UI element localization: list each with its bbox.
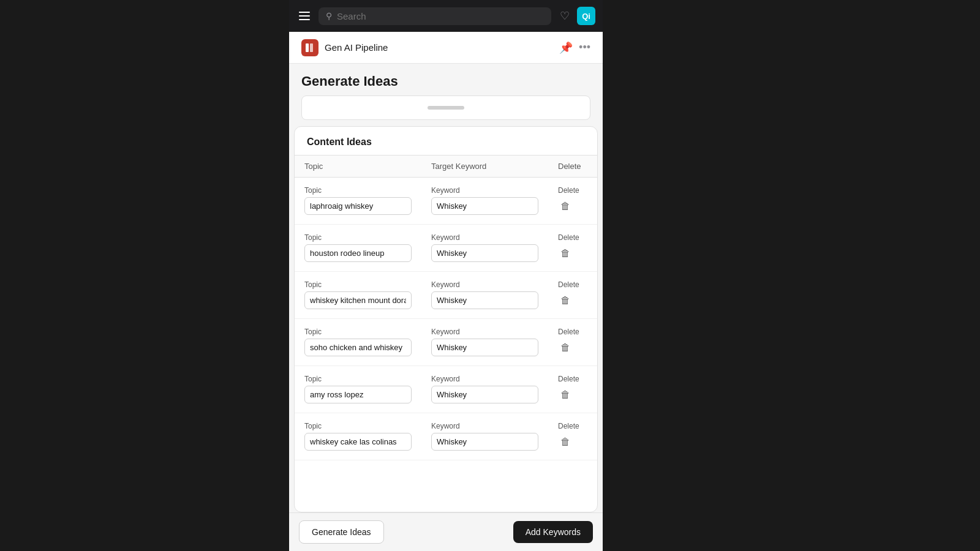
add-keywords-button[interactable]: Add Keywords: [513, 521, 593, 543]
topic-cell: Topic: [295, 325, 421, 359]
delete-label: Delete: [558, 186, 579, 195]
delete-label: Delete: [558, 328, 579, 336]
top-bar-actions: ♡ Qi: [557, 7, 595, 25]
header-keyword: Target Keyword: [421, 156, 548, 177]
app-title-row: Gen AI Pipeline: [301, 39, 388, 56]
keyword-input[interactable]: [431, 386, 538, 403]
topic-label: Topic: [304, 280, 412, 289]
card-title: Content Ideas: [307, 137, 372, 147]
table-row: Topic Keyword Delete 🗑: [295, 272, 597, 319]
header-topic: Topic: [295, 156, 421, 177]
search-icon: ⚲: [326, 11, 332, 21]
topic-label: Topic: [304, 375, 412, 383]
keyword-label: Keyword: [431, 233, 538, 242]
search-input[interactable]: [337, 11, 544, 21]
keyword-cell: Keyword: [421, 278, 548, 312]
top-bar: ⚲ ♡ Qi: [289, 0, 603, 32]
more-button[interactable]: •••: [579, 41, 590, 54]
delete-cell: Delete 🗑: [548, 231, 597, 265]
keyword-input[interactable]: [431, 433, 538, 451]
delete-cell: Delete 🗑: [548, 419, 597, 454]
avatar: Qi: [577, 7, 595, 25]
delete-cell: Delete 🗑: [548, 278, 597, 312]
table-row: Topic Keyword Delete 🗑: [295, 178, 597, 225]
delete-cell: Delete 🗑: [548, 325, 597, 359]
topic-label: Topic: [304, 328, 412, 336]
topic-label: Topic: [304, 422, 412, 430]
collapsed-dots: [428, 106, 464, 110]
svg-rect-0: [306, 43, 309, 52]
topic-input[interactable]: [304, 291, 412, 309]
delete-label: Delete: [558, 280, 579, 289]
keyword-input[interactable]: [431, 291, 538, 309]
keyword-cell: Keyword: [421, 419, 548, 454]
svg-rect-1: [310, 43, 313, 52]
delete-button[interactable]: 🗑: [558, 197, 573, 216]
delete-button[interactable]: 🗑: [558, 244, 573, 263]
generate-ideas-button[interactable]: Generate Ideas: [299, 520, 384, 544]
delete-cell: Delete 🗑: [548, 184, 597, 218]
app-logo-icon: [304, 42, 315, 53]
keyword-cell: Keyword: [421, 325, 548, 359]
keyword-input[interactable]: [431, 197, 538, 215]
collapsed-card: [301, 96, 590, 120]
topic-cell: Topic: [295, 372, 421, 407]
topic-cell: Topic: [295, 278, 421, 312]
keyword-label: Keyword: [431, 186, 538, 195]
topic-input[interactable]: [304, 244, 412, 262]
search-bar: ⚲: [318, 7, 551, 25]
keyword-label: Keyword: [431, 422, 538, 430]
delete-label: Delete: [558, 422, 579, 430]
topic-label: Topic: [304, 186, 412, 195]
keyword-cell: Keyword: [421, 231, 548, 265]
page-title: Generate Ideas: [301, 73, 590, 89]
topic-input[interactable]: [304, 433, 412, 451]
keyword-input[interactable]: [431, 339, 538, 356]
keyword-label: Keyword: [431, 280, 538, 289]
table-header: Topic Target Keyword Delete: [295, 155, 597, 178]
second-bar: Gen AI Pipeline 📌 •••: [289, 32, 603, 64]
topic-label: Topic: [304, 233, 412, 242]
keyword-label: Keyword: [431, 375, 538, 383]
topic-cell: Topic: [295, 184, 421, 218]
content-ideas-card: Content Ideas Topic Target Keyword Delet…: [294, 126, 598, 512]
keyword-label: Keyword: [431, 328, 538, 336]
delete-button[interactable]: 🗑: [558, 386, 573, 404]
delete-button[interactable]: 🗑: [558, 339, 573, 357]
app-logo: [301, 39, 318, 56]
table-row: Topic Keyword Delete 🗑: [295, 413, 597, 460]
topic-input[interactable]: [304, 386, 412, 403]
second-bar-actions: 📌 •••: [559, 41, 590, 54]
table-body: Topic Keyword Delete 🗑 Topic Keyword Del: [295, 178, 597, 512]
notifications-button[interactable]: ♡: [557, 7, 572, 25]
page-header: Generate Ideas: [289, 64, 603, 96]
topic-input[interactable]: [304, 339, 412, 356]
delete-cell: Delete 🗑: [548, 372, 597, 407]
delete-label: Delete: [558, 233, 579, 242]
delete-button[interactable]: 🗑: [558, 433, 573, 451]
card-header: Content Ideas: [295, 127, 597, 155]
table-row: Topic Keyword Delete 🗑: [295, 319, 597, 366]
table-row: Topic Keyword Delete 🗑: [295, 366, 597, 413]
delete-button[interactable]: 🗑: [558, 291, 573, 310]
keyword-input[interactable]: [431, 244, 538, 262]
table-row: Topic Keyword Delete 🗑: [295, 225, 597, 272]
footer: Generate Ideas Add Keywords: [289, 512, 603, 551]
pin-button[interactable]: 📌: [559, 41, 573, 54]
delete-label: Delete: [558, 375, 579, 383]
topic-input[interactable]: [304, 197, 412, 215]
topic-cell: Topic: [295, 419, 421, 454]
app-name: Gen AI Pipeline: [325, 42, 388, 53]
keyword-cell: Keyword: [421, 372, 548, 407]
hamburger-button[interactable]: [296, 9, 312, 23]
keyword-cell: Keyword: [421, 184, 548, 218]
topic-cell: Topic: [295, 231, 421, 265]
header-delete: Delete: [548, 156, 597, 177]
